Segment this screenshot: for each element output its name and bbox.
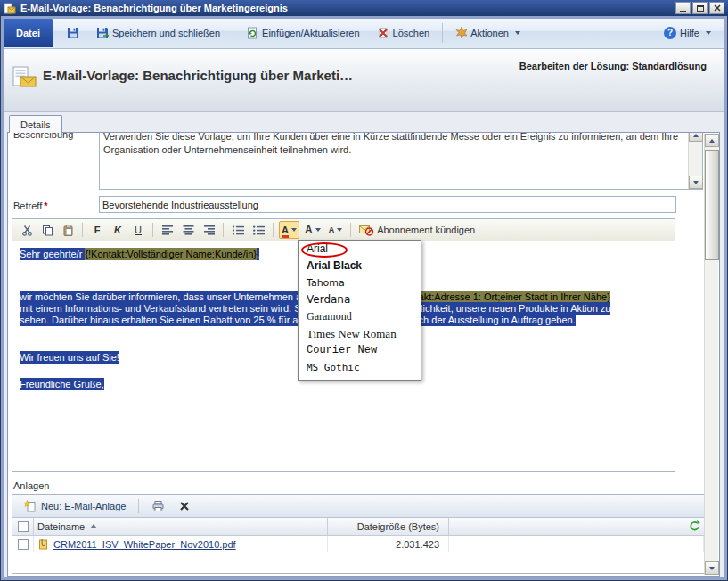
new-attachment-icon [24, 500, 37, 512]
table-row[interactable]: CRM2011_ISV_WhitePaper_Nov2010.pdf 2.031… [12, 536, 704, 552]
unsubscribe-label: Abonnement kündigen [377, 225, 475, 235]
bold-button[interactable]: F [88, 221, 106, 239]
field-token-city: {!Kontakt:Adresse 1: Ort;einer Stadt in … [392, 290, 610, 303]
attachments-toolbar: Neu: E-Mail-Anlage [12, 495, 704, 518]
scroll-up-button[interactable] [689, 132, 703, 142]
attachment-link[interactable]: CRM2011_ISV_WhitePaper_Nov2010.pdf [53, 539, 236, 550]
cut-button[interactable] [18, 221, 36, 239]
font-letter: A [282, 225, 289, 235]
tab-details[interactable]: Details [9, 115, 62, 133]
sort-ascending-icon [90, 524, 97, 528]
unsubscribe-button[interactable]: Abonnement kündigen [356, 221, 478, 239]
align-center-icon [183, 225, 194, 235]
maximize-button[interactable] [692, 2, 708, 14]
selected-text: Freundliche Grüße, [20, 378, 104, 390]
delete-button[interactable]: Löschen [371, 22, 437, 44]
beschreibung-value: Verwenden Sie diese Vorlage, um Ihre Kun… [103, 132, 684, 157]
toolbar-separator [273, 223, 274, 237]
column-header-label: Dateiname [37, 521, 85, 532]
ribbon-buttons: Speichern und schließen Einfügen/Aktuali… [61, 20, 527, 45]
align-right-button[interactable] [200, 221, 217, 239]
font-menu-item-courier-new[interactable]: Courier New [299, 342, 421, 359]
select-all-checkbox[interactable] [18, 521, 29, 532]
toolbar-separator [152, 223, 153, 237]
close-icon [714, 4, 721, 12]
page-title: E-Mail-Vorlage: Benachrichtigung über Ma… [43, 68, 353, 83]
shrink-font-button[interactable]: A [326, 221, 346, 239]
required-marker: * [44, 200, 47, 211]
italic-button[interactable]: K [109, 221, 127, 239]
save-close-icon [96, 27, 109, 39]
row-filler-cell [449, 536, 704, 552]
font-menu-item-arial[interactable]: Arial [299, 241, 421, 258]
scroll-up-button[interactable] [705, 134, 719, 147]
crm-window: E-Mail-Vorlage: Benachrichtigung über Ma… [0, 0, 728, 581]
bullet-list-button[interactable] [249, 221, 267, 239]
attachment-file-icon [37, 538, 49, 550]
copy-icon [42, 225, 53, 236]
unsubscribe-icon [359, 224, 374, 236]
save-and-close-button[interactable]: Speichern und schließen [90, 22, 226, 44]
scroll-down-button[interactable] [705, 561, 719, 575]
save-icon [67, 27, 79, 39]
scrollbar-thumb[interactable] [705, 150, 719, 260]
maximize-icon [697, 5, 704, 12]
delete-label: Löschen [393, 28, 430, 38]
form-scrollbar[interactable] [704, 134, 718, 575]
close-button[interactable] [709, 2, 724, 14]
new-attachment-button[interactable]: Neu: E-Mail-Anlage [20, 496, 130, 516]
help-icon: ? [664, 27, 676, 39]
copy-button[interactable] [38, 221, 56, 239]
window-title: E-Mail-Vorlage: Benachrichtigung über Ma… [20, 3, 288, 13]
window-icon [4, 3, 16, 14]
insert-update-button[interactable]: Einfügen/Aktualisieren [240, 22, 365, 44]
refresh-icon[interactable] [689, 520, 700, 532]
remove-attachment-button[interactable] [175, 497, 194, 515]
column-header-dateiname[interactable]: Dateiname [34, 518, 328, 535]
ribbon-help: ? Hilfe [658, 20, 717, 45]
numbered-list-button[interactable] [229, 221, 247, 239]
font-menu-item-arial-black[interactable]: Arial Black [299, 258, 421, 274]
align-center-button[interactable] [179, 221, 197, 239]
column-header-dateigroesse[interactable]: Dateigröße (Bytes) [328, 518, 449, 535]
chevron-down-icon [515, 31, 520, 35]
font-menu-item-tahoma[interactable]: Tahoma [299, 274, 421, 291]
scroll-down-button[interactable] [689, 176, 703, 189]
grow-font-button[interactable]: A [302, 221, 323, 239]
font-menu-item-garamond[interactable]: Garamond [299, 308, 421, 325]
beschreibung-label: Beschreibung [13, 132, 73, 140]
beschreibung-scrollbar[interactable] [688, 132, 702, 189]
file-tab[interactable]: Datei [4, 18, 53, 47]
font-menu-item-verdana[interactable]: Verdana [299, 291, 421, 308]
font-menu-item-times-new-roman[interactable]: Times New Roman [299, 325, 421, 342]
save-button[interactable] [61, 22, 86, 44]
help-button[interactable]: ? Hilfe [658, 22, 717, 44]
closing-line-1: Wir freuen uns auf Sie! [20, 352, 119, 364]
minimize-button[interactable] [675, 2, 691, 14]
chevron-down-icon [337, 228, 342, 232]
font-menu-item-ms-gothic[interactable]: MS Gothic [299, 359, 421, 376]
paste-button[interactable] [59, 221, 77, 239]
grid-header-row: Dateiname Dateigröße (Bytes) [12, 518, 704, 536]
font-name-button[interactable]: A [279, 221, 299, 239]
toolbar-separator [350, 223, 351, 237]
print-button[interactable] [147, 496, 169, 515]
beschreibung-textarea[interactable]: Verwenden Sie diese Vorlage, um Ihre Kun… [99, 132, 703, 190]
align-right-icon [203, 225, 215, 235]
actions-label: Aktionen [470, 28, 509, 38]
selected-text: Sehr geehrte/r [20, 248, 85, 260]
align-left-button[interactable] [159, 221, 176, 239]
shrink-font-icon: A [329, 225, 335, 234]
betreff-input[interactable] [99, 196, 676, 213]
bullet-list-icon [253, 225, 265, 235]
help-label: Hilfe [680, 28, 699, 38]
actions-button[interactable]: Aktionen [449, 22, 527, 43]
arrow-up-icon [709, 139, 715, 143]
printer-icon [151, 500, 165, 511]
underline-button[interactable]: U [129, 221, 147, 239]
column-header-label: Dateigröße (Bytes) [357, 521, 439, 532]
row-checkbox[interactable] [18, 539, 29, 550]
editor-toolbar: F K U [12, 219, 675, 241]
numbered-list-icon [233, 225, 244, 235]
attachments-grid: Neu: E-Mail-Anlage Dateiname Dateigröße … [12, 494, 705, 574]
